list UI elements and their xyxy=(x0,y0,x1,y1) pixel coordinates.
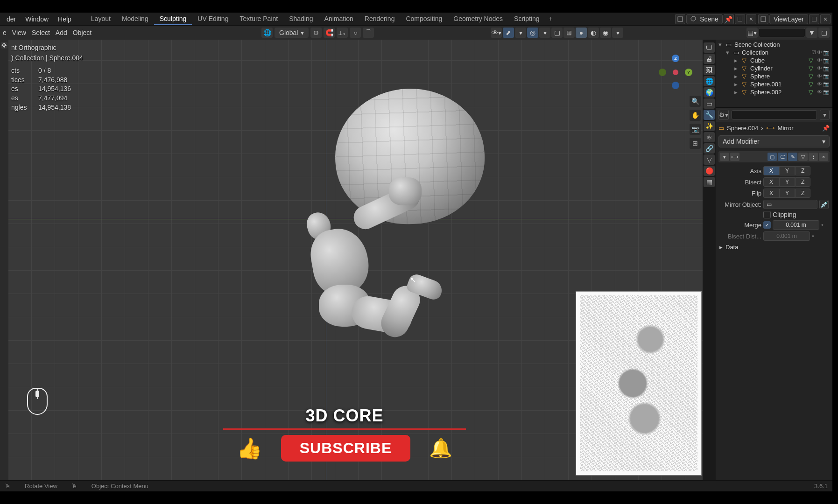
outliner-item-cylinder[interactable]: ▸▽ Cylinder ▽ 👁 📷 xyxy=(716,64,832,72)
modifier-render-icon[interactable]: 🖵 xyxy=(778,153,787,161)
shading-rendered-icon[interactable]: ◉ xyxy=(600,28,611,38)
exclude-icon[interactable]: ☑ xyxy=(811,49,816,56)
render-icon[interactable]: 📷 xyxy=(823,65,830,71)
prop-tab-object[interactable]: ▭ xyxy=(704,98,715,109)
axis-y-button[interactable]: Y xyxy=(779,166,795,175)
tab-uv-editing[interactable]: UV Editing xyxy=(192,13,234,25)
outliner-display-icon[interactable]: ▤▾ xyxy=(746,28,758,38)
render-icon[interactable]: 📷 xyxy=(823,89,830,95)
shading-dropdown-icon[interactable]: ▾ xyxy=(612,28,623,38)
prop-tab-particles[interactable]: ✨ xyxy=(704,121,715,131)
camera-icon[interactable]: 📷 xyxy=(690,124,701,135)
outliner-filter-icon[interactable]: ▼ xyxy=(806,28,817,38)
outliner-item-cube[interactable]: ▸▽ Cube ▽ 👁 📷 xyxy=(716,56,832,64)
select-menu[interactable]: Select xyxy=(32,29,50,36)
tab-geometry-nodes[interactable]: Geometry Nodes xyxy=(448,13,508,25)
bell-icon[interactable]: 🔔 xyxy=(429,437,452,459)
eye-icon[interactable]: 👁 xyxy=(817,49,822,56)
properties-search-input[interactable] xyxy=(732,110,817,119)
mirror-object-field[interactable]: ▭ xyxy=(763,200,817,209)
prop-tab-constraints[interactable]: 🔗 xyxy=(704,143,715,154)
render-icon[interactable]: 📷 xyxy=(823,57,830,63)
eye-icon[interactable]: 👁 xyxy=(817,73,822,79)
bisect-x-button[interactable]: X xyxy=(763,177,779,187)
add-menu[interactable]: Add xyxy=(56,29,67,36)
outliner-new-collection-icon[interactable]: ▢ xyxy=(818,28,830,38)
tab-compositing[interactable]: Compositing xyxy=(400,13,448,25)
prop-tab-output[interactable]: 🖨 xyxy=(704,54,715,64)
view-menu[interactable]: View xyxy=(12,29,26,36)
delete-layer-icon[interactable]: × xyxy=(820,14,831,24)
flip-toggle[interactable]: X Y Z xyxy=(763,189,810,198)
bisect-toggle[interactable]: X Y Z xyxy=(763,177,810,187)
axis-z-button[interactable]: Z xyxy=(795,166,810,175)
outliner-collection[interactable]: ▾ ▭ Collection ☑ 👁 📷 xyxy=(716,49,832,56)
object-menu[interactable]: Object xyxy=(73,29,92,36)
nav-gizmo[interactable]: Z Y xyxy=(657,54,694,91)
add-workspace-button[interactable]: + xyxy=(545,13,556,25)
gizmo-axis-x-neg[interactable] xyxy=(659,69,666,76)
tab-modeling[interactable]: Modeling xyxy=(116,13,154,25)
eyedropper-icon[interactable]: 💉 xyxy=(819,200,829,209)
add-modifier-dropdown[interactable]: Add Modifier ▾ xyxy=(718,135,830,147)
prop-tab-world[interactable]: 🌍 xyxy=(704,87,715,98)
menu-blender[interactable]: der xyxy=(2,14,21,25)
data-subpanel[interactable]: ▸ Data xyxy=(719,244,829,251)
expand-icon[interactable]: ▾ xyxy=(726,49,732,56)
modifier-cage-icon[interactable]: ▽ xyxy=(798,153,808,161)
outliner-item-sphere001[interactable]: ▸▽ Sphere.001 ▽ 👁 📷 xyxy=(716,80,832,88)
flip-y-button[interactable]: Y xyxy=(779,189,795,198)
viewport-3d[interactable]: nt Orthographic ) Collection | Sphere.00… xyxy=(8,40,703,480)
scene-browse-icon[interactable] xyxy=(675,14,685,24)
cursor-tool-icon[interactable]: ✥ xyxy=(1,42,7,49)
render-icon[interactable]: 📷 xyxy=(823,49,830,56)
decorator-icon[interactable]: • xyxy=(821,221,824,229)
axis-x-button[interactable]: X xyxy=(763,166,779,175)
new-layer-icon[interactable] xyxy=(809,14,819,24)
zoom-icon[interactable]: 🔍 xyxy=(690,96,701,107)
merge-checkbox[interactable]: ✓ xyxy=(763,221,771,229)
gizmo-axis-z-neg[interactable] xyxy=(672,82,679,89)
properties-editor-icon[interactable]: ⚙▾ xyxy=(718,110,729,120)
outliner-item-sphere[interactable]: ▸▽ Sphere ▽ 👁 📷 xyxy=(716,72,832,80)
gizmo-axis-y[interactable]: Y xyxy=(685,69,692,76)
tab-scripting[interactable]: Scripting xyxy=(508,13,545,25)
xray-icon[interactable]: ▢ xyxy=(551,28,563,38)
clipping-checkbox[interactable] xyxy=(763,211,771,218)
render-icon[interactable]: 📷 xyxy=(823,73,830,79)
snap-target-icon[interactable]: ⟂▾ xyxy=(337,28,348,38)
prop-tab-data[interactable]: ▽ xyxy=(704,154,715,165)
modifier-expand-icon[interactable]: ▾ xyxy=(720,153,729,161)
viewlayer-field[interactable]: ViewLayer xyxy=(769,14,808,24)
reference-image[interactable] xyxy=(576,291,702,476)
orientation-icon[interactable]: 🌐 xyxy=(261,28,273,38)
gizmo-dropdown-icon[interactable]: ▾ xyxy=(515,28,526,38)
gizmo-axis-z[interactable]: Z xyxy=(672,55,679,62)
shading-matpreview-icon[interactable]: ◐ xyxy=(588,28,599,38)
render-icon[interactable]: 📷 xyxy=(823,81,830,87)
prop-tab-viewlayer[interactable]: 🖼 xyxy=(704,65,715,75)
menu-help[interactable]: Help xyxy=(53,14,76,25)
gizmo-center[interactable] xyxy=(673,70,678,75)
eye-icon[interactable]: 👁 xyxy=(817,81,822,87)
gizmo-toggle-icon[interactable]: ⬈ xyxy=(503,28,514,38)
visibility-icon[interactable]: 👁▾ xyxy=(491,28,502,38)
eye-icon[interactable]: 👁 xyxy=(817,65,822,71)
new-scene-icon[interactable] xyxy=(735,14,745,24)
axis-toggle[interactable]: X Y Z xyxy=(763,166,810,175)
prop-tab-texture[interactable]: ▦ xyxy=(704,177,715,187)
pan-icon[interactable]: ✋ xyxy=(690,110,701,121)
tab-texture-paint[interactable]: Texture Paint xyxy=(234,13,283,25)
pin-scene-icon[interactable]: 📌 xyxy=(724,14,734,24)
modifier-delete-icon[interactable]: × xyxy=(819,153,828,161)
bisect-y-button[interactable]: Y xyxy=(779,177,795,187)
pivot-icon[interactable]: ⊙ xyxy=(310,28,322,38)
proportional-falloff-icon[interactable]: ⌒ xyxy=(363,28,374,38)
eye-icon[interactable]: 👁 xyxy=(817,89,822,95)
tab-sculpting[interactable]: Sculpting xyxy=(154,13,192,25)
menu-window[interactable]: Window xyxy=(21,14,53,25)
mode-dropdown[interactable]: e xyxy=(3,29,7,36)
overlay-toggle-icon[interactable]: ◎ xyxy=(527,28,538,38)
breadcrumb-object[interactable]: Sphere.004 xyxy=(727,125,758,132)
orientation-dropdown[interactable]: Global▾ xyxy=(275,28,309,38)
